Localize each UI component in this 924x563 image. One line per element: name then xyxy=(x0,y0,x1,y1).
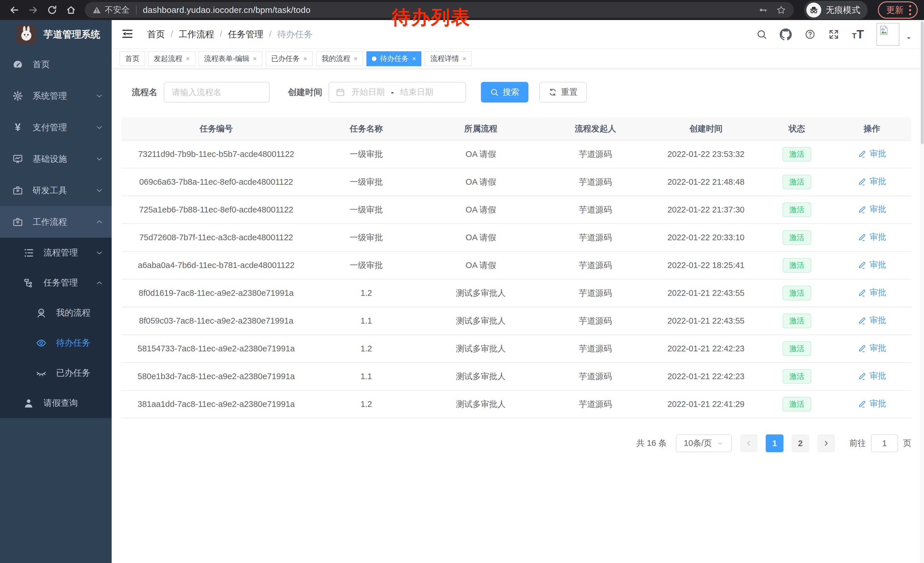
browser-scrollbar[interactable] xyxy=(920,20,924,563)
eye-icon xyxy=(35,338,48,348)
incognito-badge: 无痕模式 xyxy=(804,1,868,19)
scrollbar-thumb[interactable] xyxy=(921,21,924,144)
cell-task-name: 一级审批 xyxy=(311,168,422,196)
pagination-page-1[interactable]: 1 xyxy=(766,434,783,452)
sidebar-item-leave-query[interactable]: 请假查询 xyxy=(0,388,112,418)
pencil-icon xyxy=(858,177,867,186)
browser-update-button[interactable]: 更新 xyxy=(878,2,918,19)
flow-branch-icon xyxy=(22,278,35,288)
font-size-icon[interactable]: TT xyxy=(852,29,864,41)
cell-process: OA 请假 xyxy=(422,168,540,196)
browser-menu-icon[interactable] xyxy=(909,5,911,15)
cell-task-name: 一级审批 xyxy=(311,196,422,224)
tab-process-detail[interactable]: 流程详情 × xyxy=(425,51,472,66)
sidebar-item-payment[interactable]: ¥ 支付管理 xyxy=(0,112,112,143)
sidebar-item-system[interactable]: 系统管理 xyxy=(0,80,112,112)
status-badge: 激活 xyxy=(783,369,811,384)
app-title: 芋道管理系统 xyxy=(44,28,100,41)
approve-link[interactable]: 审批 xyxy=(858,315,886,326)
page-size-select[interactable]: 10条/页 xyxy=(676,434,732,452)
app-logo-row[interactable]: 芋道管理系统 xyxy=(0,20,112,49)
sidebar-item-my-process[interactable]: 我的流程 xyxy=(0,298,112,328)
tab-close-icon[interactable]: × xyxy=(253,55,257,62)
pencil-icon xyxy=(858,371,867,381)
start-date-placeholder[interactable]: 开始日期 xyxy=(351,87,385,98)
avatar-caret-down-icon[interactable] xyxy=(905,35,912,42)
approve-link[interactable]: 审批 xyxy=(858,370,886,382)
approve-link[interactable]: 审批 xyxy=(858,204,886,215)
cell-process: 测试多审批人 xyxy=(422,363,540,390)
table-row: 75d72608-7b7f-11ec-a3c8-acde48001122 一级审… xyxy=(122,224,911,251)
bookmark-star-icon[interactable] xyxy=(776,5,786,15)
tab-start-process[interactable]: 发起流程 × xyxy=(148,51,195,66)
cell-task-id: 381aa1dd-7ac8-11ec-a9e2-a2380e71991a xyxy=(122,390,311,418)
pagination-page-2[interactable]: 2 xyxy=(792,434,809,452)
breadcrumb: 首页 / 工作流程 / 任务管理 / 待办任务 xyxy=(147,29,313,41)
approve-link[interactable]: 审批 xyxy=(858,287,886,299)
status-badge: 激活 xyxy=(783,230,811,245)
tab-home[interactable]: 首页 xyxy=(120,51,145,66)
sidebar-item-devtools[interactable]: 研发工具 xyxy=(0,175,112,206)
reset-button[interactable]: 重置 xyxy=(539,82,587,102)
sidebar-item-home[interactable]: 首页 xyxy=(0,49,112,80)
table-row: 069c6a63-7b8a-11ec-8ef0-acde48001122 一级审… xyxy=(122,168,911,196)
github-icon[interactable] xyxy=(780,29,792,41)
sidebar-item-process-mgmt[interactable]: 流程管理 xyxy=(0,238,112,268)
tab-my-process[interactable]: 我的流程 × xyxy=(316,51,363,66)
approve-link[interactable]: 审批 xyxy=(858,398,886,410)
goto-label: 前往 xyxy=(849,438,866,449)
pagination-next-button[interactable] xyxy=(817,434,835,452)
pagination-prev-button[interactable] xyxy=(740,434,758,452)
sidebar-submenu-workflow: 流程管理 任务管理 我的流程 待办任务 已办任务 请假 xyxy=(0,238,112,418)
breadcrumb-separator: / xyxy=(220,30,222,39)
end-date-placeholder[interactable]: 结束日期 xyxy=(400,87,434,98)
search-button[interactable]: 搜索 xyxy=(481,82,528,102)
approve-link[interactable]: 审批 xyxy=(858,148,886,159)
sidebar-collapse-icon[interactable] xyxy=(122,28,135,41)
broken-image-icon xyxy=(878,25,890,36)
approve-link[interactable]: 审批 xyxy=(858,176,886,187)
sidebar-item-infra[interactable]: 基础设施 xyxy=(0,143,112,175)
sidebar-item-todo-tasks[interactable]: 待办任务 xyxy=(0,328,112,358)
select-chevron-down-icon xyxy=(717,440,724,447)
browser-home-button[interactable] xyxy=(63,2,79,18)
goto-page-input[interactable] xyxy=(871,434,898,452)
date-range-picker[interactable]: 开始日期 - 结束日期 xyxy=(328,82,466,102)
cell-task-name: 1.2 xyxy=(311,279,422,307)
pagination: 共 16 条 10条/页 1 2 前往 页 xyxy=(122,434,911,452)
breadcrumb-item[interactable]: 首页 xyxy=(147,29,165,41)
tab-done-tasks[interactable]: 已办任务 × xyxy=(266,51,313,66)
browser-forward-button[interactable] xyxy=(25,2,41,18)
tab-label: 流程表单-编辑 xyxy=(204,54,249,63)
tab-label: 已办任务 xyxy=(271,54,300,63)
table-header-row: 任务编号 任务名称 所属流程 流程发起人 创建时间 状态 操作 xyxy=(122,117,911,140)
tab-close-icon[interactable]: × xyxy=(354,55,357,62)
breadcrumb-item[interactable]: 任务管理 xyxy=(228,29,263,41)
tab-close-icon[interactable]: × xyxy=(462,55,466,62)
tab-close-icon[interactable]: × xyxy=(412,55,416,62)
tab-close-icon[interactable]: × xyxy=(186,55,190,62)
tab-process-form-edit[interactable]: 流程表单-编辑 × xyxy=(199,51,262,66)
browser-reload-button[interactable] xyxy=(44,2,60,18)
cell-created: 2022-01-22 23:53:32 xyxy=(651,140,761,168)
approve-link[interactable]: 审批 xyxy=(858,259,886,270)
browser-back-button[interactable] xyxy=(6,2,22,18)
approve-link[interactable]: 审批 xyxy=(858,342,886,354)
cell-task-id: a6aba0a4-7b6d-11ec-b781-acde48001122 xyxy=(122,251,311,279)
help-icon[interactable] xyxy=(804,29,816,40)
sidebar-item-workflow[interactable]: 工作流程 xyxy=(0,206,112,238)
tab-todo-tasks[interactable]: 待办任务 × xyxy=(366,51,422,66)
avatar[interactable] xyxy=(876,23,899,46)
approve-link[interactable]: 审批 xyxy=(858,231,886,243)
cell-task-id: 75d72608-7b7f-11ec-a3c8-acde48001122 xyxy=(122,224,311,251)
table-row: 8f0d1619-7ac8-11ec-a9e2-a2380e71991a 1.2… xyxy=(122,279,911,307)
password-key-icon[interactable] xyxy=(758,5,768,15)
fullscreen-icon[interactable] xyxy=(828,29,839,40)
breadcrumb-item[interactable]: 工作流程 xyxy=(178,29,214,41)
tab-close-icon[interactable]: × xyxy=(303,55,307,62)
header-search-icon[interactable] xyxy=(756,29,767,40)
sidebar-item-task-mgmt[interactable]: 任务管理 xyxy=(0,268,112,298)
process-name-input[interactable] xyxy=(164,82,270,102)
approve-label: 审批 xyxy=(870,231,886,243)
sidebar-item-done-tasks[interactable]: 已办任务 xyxy=(0,358,112,388)
